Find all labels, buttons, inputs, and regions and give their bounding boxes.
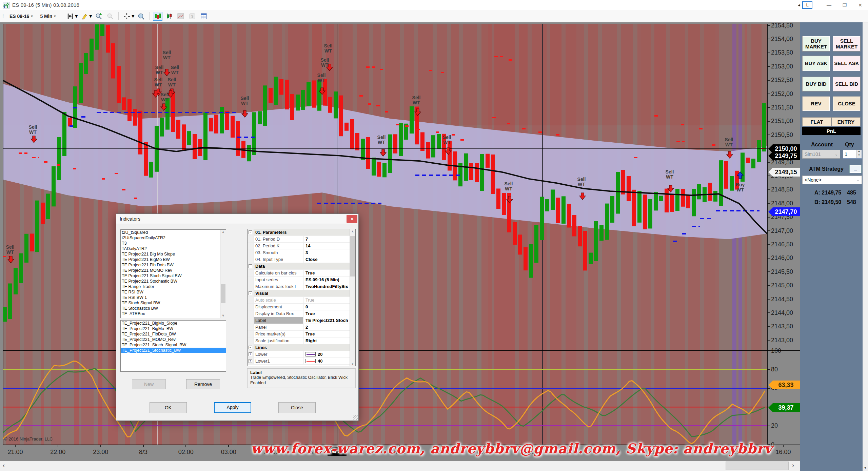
collapse-icon[interactable]: − [249, 291, 252, 295]
indicator-list-item[interactable]: TE Project221 BigMo BW [121, 257, 226, 262]
collapse-icon[interactable]: − [249, 230, 252, 234]
remove-button[interactable]: Remove [186, 379, 220, 389]
restore-button[interactable]: ❐ [837, 0, 852, 10]
data-box-button[interactable] [136, 12, 146, 21]
buy-ask-button[interactable]: BUY ASK [802, 56, 830, 71]
indicator-list-item[interactable]: TE Project221 MOMO Rev [121, 268, 226, 273]
indicator-list-item[interactable]: TE Stochastics BW [121, 306, 226, 311]
property-row[interactable]: Maximum bars look lTwoHundredFiftySix [248, 283, 355, 290]
property-row[interactable]: Input seriesES 09-16 (5 Min) [248, 277, 355, 283]
indicator-list-item[interactable]: T3 [121, 241, 226, 246]
property-row[interactable]: +Lower20 [248, 351, 355, 358]
property-row[interactable]: LabelTE Project221 Stoch [248, 317, 355, 324]
property-group-row[interactable]: −Visual [248, 290, 355, 297]
property-value[interactable]: Right [303, 337, 355, 344]
applied-indicators-list[interactable]: TE_Project221_BigMo_SlopeTE_Project221_B… [120, 320, 226, 372]
indicator-list-item[interactable]: TE Project221 Fib Dots BW [121, 262, 226, 268]
property-row[interactable]: Display in Data BoxTrue [248, 310, 355, 317]
applied-indicator-item[interactable]: TE_Project221_BigMo_BW [121, 326, 226, 331]
minimize-button[interactable]: — [821, 0, 837, 10]
chart-style-line-button[interactable] [176, 12, 185, 21]
chart-style-bars-button[interactable] [153, 12, 162, 21]
horizontal-scrollbar[interactable]: ‹ › [0, 461, 800, 471]
applied-indicator-item[interactable]: TE_Project221_Stoch_Signal_BW [121, 342, 226, 348]
property-row[interactable]: +Lower140 [248, 358, 355, 365]
indicator-list-item[interactable]: t2U_tSquared [121, 230, 226, 235]
applied-indicator-item[interactable]: TE_Project221_Stochastic_BW [121, 348, 226, 353]
sell-bid-button[interactable]: SELL BID [833, 77, 861, 91]
property-value[interactable]: 3 [303, 249, 355, 256]
property-value[interactable]: 14 [303, 243, 355, 249]
resize-grip[interactable] [353, 415, 358, 420]
zoom-in-button[interactable] [94, 12, 103, 21]
property-group-row[interactable]: −01. Parameters [248, 229, 355, 236]
bar-spacing-button[interactable]: ▾ [65, 12, 78, 21]
property-value[interactable]: TE Project221 Stoch [303, 317, 355, 324]
property-value[interactable]: True [303, 270, 355, 276]
interval-selector[interactable]: 5 Min ▾ [37, 13, 58, 20]
property-value[interactable]: True [303, 331, 355, 337]
scroll-down-arrow[interactable]: ▼ [863, 466, 868, 470]
property-value[interactable]: 7 [303, 236, 355, 242]
applied-indicator-item[interactable]: TE_Project221_FibDots_BW [121, 331, 226, 337]
property-row[interactable]: Auto scaleTrue [248, 297, 355, 304]
scrollbar-thumb[interactable] [726, 462, 789, 470]
property-group-row[interactable]: −Lines [248, 344, 355, 351]
indicator-list-item[interactable]: TE Project221 Stoch Signal BW [121, 273, 226, 279]
dialog-close-button[interactable]: x [347, 215, 357, 223]
grid-scrollbar[interactable]: ∧ ∨ [350, 229, 355, 366]
scroll-up-arrow[interactable]: ∧ [220, 230, 226, 234]
property-value[interactable]: ES 09-16 (5 Min) [303, 277, 355, 283]
drawing-tools-button[interactable]: ▾ [80, 12, 92, 21]
collapse-icon[interactable]: − [249, 346, 252, 349]
indicator-list-item[interactable]: TE Stoch Signal BW [121, 300, 226, 306]
available-indicators-list[interactable]: t2U_tSquaredt2UtSquaredDailyATR2T3TADail… [120, 229, 226, 318]
sell-ask-button[interactable]: SELL ASK [833, 56, 861, 71]
property-value[interactable]: TwoHundredFiftySix [303, 283, 355, 290]
property-row[interactable]: Panel2 [248, 324, 355, 331]
expand-icon[interactable]: + [249, 352, 252, 356]
quantity-stepper[interactable]: 1 ▲ ▼ [843, 150, 862, 159]
collapse-icon[interactable]: − [249, 264, 252, 268]
applied-indicator-item[interactable]: TE_Project221_BigMo_Slope [121, 321, 226, 326]
property-group-row[interactable]: −Data [248, 263, 355, 270]
scroll-down-arrow[interactable]: ∨ [220, 314, 226, 317]
buy-bid-button[interactable]: BUY BID [802, 77, 830, 91]
indicator-list-item[interactable]: TE Project221 Stochastic BW [121, 279, 226, 284]
ok-button[interactable]: OK [150, 402, 187, 413]
property-row[interactable]: 04. Input TypeClose [248, 256, 355, 263]
zoom-out-button[interactable] [105, 12, 115, 21]
apply-button[interactable]: Apply [214, 402, 251, 413]
scrollbar-thumb[interactable] [221, 284, 225, 303]
close-dialog-button[interactable]: Close [278, 402, 316, 413]
property-value[interactable]: True [303, 310, 355, 317]
property-value[interactable]: 20 [303, 351, 355, 357]
data-grid-button[interactable] [199, 12, 209, 21]
property-value[interactable]: Close [303, 256, 355, 263]
atm-more-button[interactable]: ... [850, 165, 861, 173]
property-row[interactable]: Scale justificationRight [248, 337, 355, 344]
indicator-list-item[interactable]: t2UtSquaredDailyATR2 [121, 235, 226, 241]
indicator-list-item[interactable]: TE RSI BW [121, 289, 226, 295]
close-button[interactable]: ✕ [852, 0, 868, 10]
new-button[interactable]: New [132, 379, 166, 389]
property-value[interactable]: True [303, 297, 355, 303]
sell-market-button[interactable]: SELL MARKET [833, 36, 861, 52]
scrollbar-thumb[interactable] [350, 236, 355, 277]
property-row[interactable]: 01. Period D7 [248, 236, 355, 243]
rev-button[interactable]: REV [802, 96, 830, 111]
property-value[interactable]: 0 [303, 304, 355, 310]
property-value[interactable]: 40 [303, 358, 355, 364]
applied-indicator-item[interactable]: TE_Project221_MOMO_Rev [121, 337, 226, 342]
instrument-selector[interactable]: ES 09-16 ▾ [7, 13, 35, 20]
indicator-list-item[interactable]: TE_ATRBox [121, 311, 226, 316]
flat-button[interactable]: FLAT [802, 117, 831, 126]
buy-market-button[interactable]: BUY MARKET [802, 36, 830, 52]
property-row[interactable]: 02. Period K14 [248, 243, 355, 249]
account-select[interactable]: Sim101 ⌄ [802, 150, 840, 159]
scroll-up-arrow[interactable]: ∧ [350, 230, 355, 233]
link-button[interactable]: L [802, 1, 812, 9]
close-button[interactable]: CLOSE [833, 96, 861, 111]
spin-down-icon[interactable]: ▼ [856, 154, 862, 158]
atm-strategy-select[interactable]: <None> ⌄ [802, 176, 862, 184]
